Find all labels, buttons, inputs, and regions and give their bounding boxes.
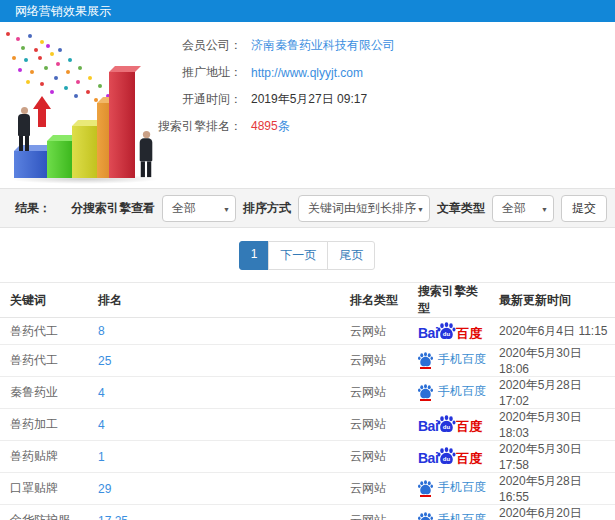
engine-cell: 手机百度: [408, 345, 489, 377]
col-header-rank: 排名: [88, 283, 340, 318]
keyword-ranking-table: 关键词 排名 排名类型 搜索引擎类型 最新更新时间 兽药代工 8 云网站 Bai…: [0, 282, 615, 520]
rank-link[interactable]: 29: [98, 482, 111, 496]
engine-view-select[interactable]: 全部 ▼: [162, 195, 236, 222]
sort-select[interactable]: 关键词由短到长排序 ▼: [298, 195, 430, 222]
ranking-count-label: 搜索引擎排名：: [158, 118, 242, 135]
promo-url-label: 推广地址：: [158, 64, 242, 81]
mobile-baidu-logo: 手机百度: [418, 383, 486, 400]
rank-link[interactable]: 8: [98, 324, 105, 338]
rank-type-cell: 云网站: [340, 318, 408, 345]
up-arrow-icon: [33, 96, 51, 128]
rank-type-cell: 云网站: [340, 409, 408, 441]
rank-type-cell: 云网站: [340, 505, 408, 520]
keyword-cell: 口罩贴牌: [0, 473, 88, 505]
ranking-count-suffix: 条: [278, 119, 290, 133]
keyword-cell: 兽药代工: [0, 318, 88, 345]
table-row: 秦鲁药业 4 云网站 手机百度 2020年5月28日 17:02: [0, 377, 615, 409]
engine-cell: 手机百度: [408, 377, 489, 409]
keyword-cell: 秦鲁药业: [0, 377, 88, 409]
results-label: 结果：: [15, 200, 51, 217]
svg-text:du: du: [443, 424, 451, 430]
updated-cell: 2020年6月4日 11:15: [489, 318, 615, 345]
sort-selected: 关键词由短到长排序: [308, 201, 416, 215]
rank-link[interactable]: 4: [98, 418, 105, 432]
updated-cell: 2020年5月30日 18:06: [489, 345, 615, 377]
keyword-cell: 兽药贴牌: [0, 441, 88, 473]
results-filter-bar: 结果： 分搜索引擎查看 全部 ▼ 排序方式 关键词由短到长排序 ▼ 文章类型 全…: [0, 188, 615, 228]
baidu-logo: Bai du 百度: [418, 447, 482, 465]
chart-bar-red: [109, 72, 135, 178]
ranking-count-value: 4895条: [251, 118, 290, 135]
mobile-baidu-logo: 手机百度: [418, 351, 486, 368]
filter-controls: 分搜索引擎查看 全部 ▼ 排序方式 关键词由短到长排序 ▼ 文章类型 全部 ▼ …: [71, 195, 607, 222]
baidu-paw-icon: [418, 512, 433, 520]
caret-down-icon: ▼: [541, 196, 548, 223]
engine-view-label: 分搜索引擎查看: [71, 200, 155, 217]
col-header-engine-type: 搜索引擎类型: [408, 283, 489, 318]
caret-down-icon: ▼: [417, 196, 424, 223]
promo-url-link[interactable]: http://www.qlyyjt.com: [251, 66, 363, 80]
bar-chart-illustration: [0, 28, 175, 186]
figure-torso: [140, 138, 153, 161]
table-row: 兽药代工 25 云网站 手机百度 2020年5月30日 18:06: [0, 345, 615, 377]
keyword-cell: 兽药代工: [0, 345, 88, 377]
ranking-count-row: 搜索引擎排名： 4895条: [158, 113, 615, 140]
table-row: 兽药加工 4 云网站 Bai du 百度 2020年5月30日 18:03: [0, 409, 615, 441]
mobile-baidu-logo: 手机百度: [418, 479, 486, 496]
rank-link[interactable]: 25: [98, 354, 111, 368]
baidu-paw-icon: [418, 480, 433, 495]
table-header-row: 关键词 排名 排名类型 搜索引擎类型 最新更新时间: [0, 283, 615, 318]
rank-link[interactable]: 17,25: [98, 514, 128, 520]
promo-url-row: 推广地址： http://www.qlyyjt.com: [158, 59, 615, 86]
engine-cell: 手机百度: [408, 473, 489, 505]
open-time-row: 开通时间： 2019年5月27日 09:17: [158, 86, 615, 113]
page-title: 网络营销效果展示: [15, 4, 111, 18]
member-company-row: 会员公司： 济南秦鲁药业科技有限公司: [158, 32, 615, 59]
col-header-rank-type: 排名类型: [340, 283, 408, 318]
confetti-dots: [6, 32, 10, 36]
rank-type-cell: 云网站: [340, 473, 408, 505]
article-type-label: 文章类型: [437, 200, 485, 217]
keyword-cell: 金华防护服: [0, 505, 88, 520]
mobile-baidu-logo: 手机百度: [418, 511, 486, 520]
sort-label: 排序方式: [243, 200, 291, 217]
engine-cell: Bai du 百度: [408, 409, 489, 441]
rank-link[interactable]: 1: [98, 450, 105, 464]
page-button-next[interactable]: 下一页: [268, 241, 328, 270]
svg-text:du: du: [443, 456, 451, 462]
table-row: 金华防护服 17,25 云网站 手机百度 2020年6月20日 09:25: [0, 505, 615, 520]
businessman-figure-right: [138, 131, 155, 177]
baidu-paw-icon: du: [437, 322, 456, 340]
open-time-value: 2019年5月27日 09:17: [251, 91, 367, 108]
table-row: 口罩贴牌 29 云网站 手机百度 2020年5月28日 16:55: [0, 473, 615, 505]
submit-button[interactable]: 提交: [561, 195, 607, 222]
chart-bar-green: [47, 141, 72, 178]
figure-torso: [18, 114, 30, 136]
open-time-label: 开通时间：: [158, 91, 242, 108]
chart-bar-blue: [14, 151, 47, 178]
engine-view-selected: 全部: [172, 201, 196, 215]
updated-cell: 2020年5月30日 18:03: [489, 409, 615, 441]
engine-cell: 手机百度: [408, 505, 489, 520]
table-row: 兽药代工 8 云网站 Bai du 百度 2020年6月4日 11:15: [0, 318, 615, 345]
article-type-select[interactable]: 全部 ▼: [492, 195, 554, 222]
baidu-paw-icon: [418, 352, 433, 367]
baidu-paw-icon: [418, 384, 433, 399]
member-info-panel: 会员公司： 济南秦鲁药业科技有限公司 推广地址： http://www.qlyy…: [158, 32, 615, 140]
businessman-figure-left: [16, 107, 32, 151]
engine-cell: Bai du 百度: [408, 318, 489, 345]
ranking-count-number: 4895: [251, 119, 278, 133]
baidu-paw-icon: du: [437, 447, 456, 465]
rank-type-cell: 云网站: [340, 441, 408, 473]
baidu-logo: Bai du 百度: [418, 415, 482, 433]
baidu-paw-icon: du: [437, 415, 456, 433]
caret-down-icon: ▼: [223, 196, 230, 223]
pagination: 1 下一页 尾页: [0, 228, 615, 282]
member-company-link[interactable]: 济南秦鲁药业科技有限公司: [251, 37, 395, 54]
rank-link[interactable]: 4: [98, 386, 105, 400]
engine-cell: Bai du 百度: [408, 441, 489, 473]
page-button-current[interactable]: 1: [239, 241, 270, 270]
page-button-last[interactable]: 尾页: [327, 241, 375, 270]
updated-cell: 2020年5月28日 17:02: [489, 377, 615, 409]
updated-cell: 2020年5月28日 16:55: [489, 473, 615, 505]
